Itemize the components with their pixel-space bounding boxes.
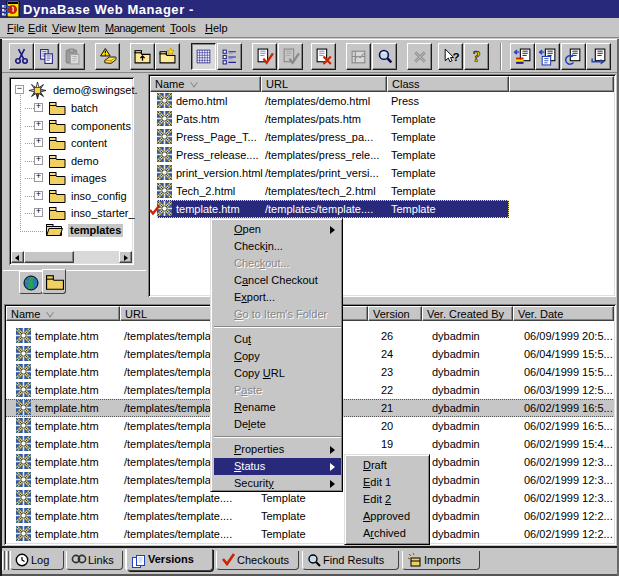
svg-text:?: ? [453,50,460,63]
svg-text:?: ? [473,48,481,65]
